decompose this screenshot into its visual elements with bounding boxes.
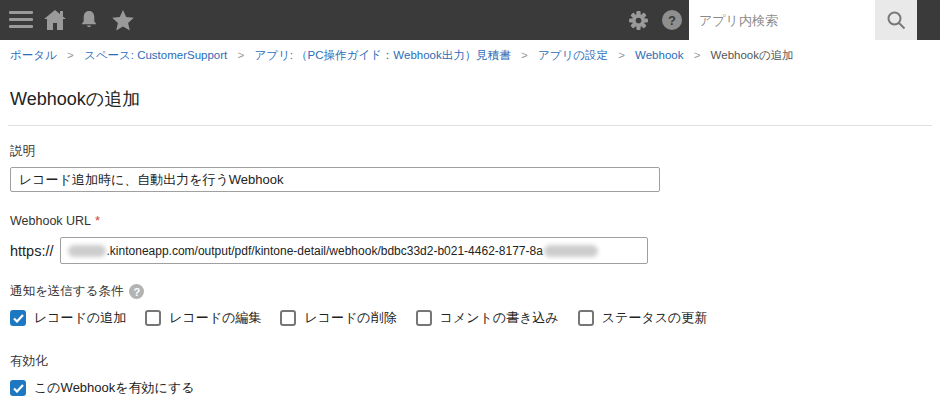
app-search-input[interactable] [689,0,875,40]
page-title: Webhookの追加 [10,87,940,111]
breadcrumb-current: Webhookの追加 [711,49,794,61]
star-icon [112,10,134,31]
checkbox-label: レコードの追加 [34,309,126,327]
checkbox-record-add[interactable]: レコードの追加 [10,309,126,327]
checkbox-box [416,310,432,326]
breadcrumb-separator: > [694,49,701,61]
checkbox-box [10,310,26,326]
checkbox-record-delete[interactable]: レコードの削除 [280,309,396,327]
title-divider [8,125,932,126]
breadcrumb-link-app-settings[interactable]: アプリの設定 [538,49,608,61]
webhook-form: 説明 Webhook URL* https:// .kintoneapp.com… [0,143,940,397]
hamburger-icon [9,11,33,29]
notifications-button[interactable] [72,0,106,40]
webhook-url-row: https:// .kintoneapp.com/output/pdf/kint… [10,237,940,264]
home-button[interactable] [38,0,72,40]
gear-icon [628,10,649,31]
breadcrumb-separator: > [618,49,625,61]
breadcrumb-link-webhook[interactable]: Webhook [635,49,683,61]
checkbox-comment-post[interactable]: コメントの書き込み [416,309,559,327]
breadcrumb: ポータル > スペース: CustomerSupport > アプリ: （PC操… [0,40,940,70]
breadcrumb-link-space[interactable]: スペース: CustomerSupport [84,49,227,61]
settings-button[interactable] [621,0,655,40]
webhook-url-label: Webhook URL* [10,213,940,228]
checkbox-record-edit[interactable]: レコードの編集 [145,309,261,327]
breadcrumb-link-app[interactable]: アプリ: （PC操作ガイド：Webhook出力）見積書 [254,49,510,61]
help-icon: ? [662,10,682,30]
webhook-url-input[interactable]: .kintoneapp.com/output/pdf/kintone-detai… [60,237,648,264]
topbar: ? [0,0,940,40]
checkbox-status-update[interactable]: ステータスの更新 [578,309,708,327]
enable-label: 有効化 [10,353,940,370]
required-asterisk: * [95,213,100,228]
checkbox-box [280,310,296,326]
app-search [689,0,917,40]
breadcrumb-link-portal[interactable]: ポータル [10,49,57,61]
description-input[interactable] [10,167,660,192]
checkbox-label: レコードの削除 [304,309,396,327]
enable-checkbox-row: このWebhookを有効にする [10,379,940,397]
conditions-help-icon[interactable]: ? [129,284,144,299]
checkbox-label: コメントの書き込み [440,309,559,327]
webhook-url-visible-text: .kintoneapp.com/output/pdf/kintone-detai… [107,244,543,258]
checkbox-box [10,380,26,396]
check-icon [13,384,24,393]
breadcrumb-separator: > [67,49,74,61]
search-button[interactable] [875,0,917,40]
checkbox-box [578,310,594,326]
redacted-subdomain [68,245,106,257]
checkbox-enable-webhook[interactable]: このWebhookを有効にする [10,379,195,397]
home-icon [44,10,66,30]
help-button[interactable]: ? [655,0,689,40]
breadcrumb-separator: > [521,49,528,61]
favorites-button[interactable] [106,0,140,40]
conditions-label: 通知を送信する条件 [10,283,123,300]
breadcrumb-separator: > [237,49,244,61]
checkbox-box [145,310,161,326]
check-icon [13,314,24,323]
description-label: 説明 [10,143,940,160]
url-scheme-text: https:// [10,243,54,259]
bell-icon [79,10,99,31]
hamburger-menu-button[interactable] [4,0,38,40]
conditions-label-row: 通知を送信する条件 ? [10,283,940,300]
search-icon [886,10,906,30]
checkbox-label: このWebhookを有効にする [34,379,195,397]
checkbox-label: ステータスの更新 [602,309,708,327]
conditions-checkbox-row: レコードの追加 レコードの編集 レコードの削除 コメントの書き込み ステータスの… [10,309,940,327]
redacted-url-suffix [544,245,598,257]
webhook-url-label-text: Webhook URL [10,214,91,228]
checkbox-label: レコードの編集 [169,309,261,327]
